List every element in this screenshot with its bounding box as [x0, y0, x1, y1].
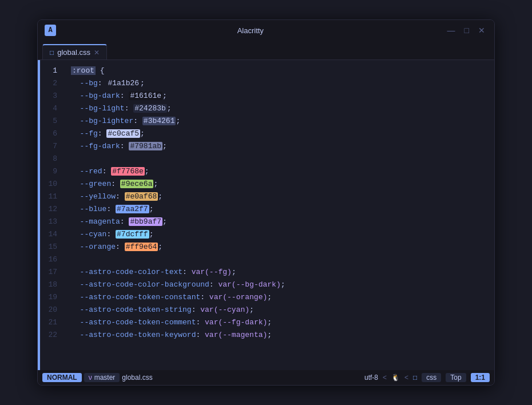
code-line: --cyan: #7dcfff;	[71, 228, 487, 241]
filetype-label: css	[426, 374, 436, 382]
code-line: --bg-dark: #16161e;	[71, 90, 487, 102]
line-number: 21	[40, 316, 64, 329]
token-property: --bg-dark	[80, 92, 120, 100]
code-line	[71, 253, 487, 266]
line-number: 2	[40, 77, 64, 90]
color-swatch: #7981ab	[129, 142, 162, 150]
line-number: 20	[40, 304, 64, 316]
tab-filename: global.css	[57, 48, 90, 57]
code-line: --orange: #ff9e64;	[71, 241, 487, 253]
token-property: --blue	[80, 205, 107, 213]
code-line: --astro-code-token-constant: var(--orang…	[71, 291, 487, 304]
code-line: --bg-light: #24283b;	[71, 102, 487, 115]
tab-bar: □ global.css ✕	[38, 41, 494, 60]
status-mode: NORMAL	[42, 373, 82, 382]
token-var-ref: var(--orange)	[209, 293, 267, 301]
maximize-button[interactable]: □	[462, 26, 471, 35]
color-swatch: #7aa2f7	[116, 205, 149, 213]
titlebar: A Alacritty — □ ✕	[38, 20, 494, 41]
color-swatch: #7dcfff	[116, 230, 149, 239]
minimize-button[interactable]: —	[445, 26, 458, 35]
line-number: 5	[40, 115, 64, 128]
line-number: 9	[40, 165, 64, 178]
line-number: 18	[40, 279, 64, 291]
status-top: Top	[446, 373, 466, 382]
code-line: --red: #f7768e;	[71, 165, 487, 178]
line-number: 19	[40, 291, 64, 304]
code-line: --yellow: #e0af68;	[71, 190, 487, 203]
code-line: --astro-code-token-comment: var(--fg-dar…	[71, 316, 487, 329]
status-position: 1:1	[471, 373, 490, 382]
token-property: --red	[80, 167, 102, 176]
token-property: --astro-code-token-constant	[80, 293, 201, 301]
line-number: 15	[40, 241, 64, 253]
tab-global-css[interactable]: □ global.css ✕	[42, 44, 107, 59]
code-area[interactable]: :root { --bg: #1a1b26; --bg-dark: #16161…	[64, 60, 494, 370]
token-property: --astro-code-color-text	[80, 268, 182, 276]
code-line: --magenta: #bb9af7;	[71, 216, 487, 228]
status-encoding: utf-8	[364, 374, 378, 382]
line-number: 22	[40, 329, 64, 342]
token-property: --fg	[80, 129, 98, 138]
token-selector: :root	[71, 66, 96, 75]
token-property: --astro-code-color-background	[80, 280, 209, 289]
line-number: 10	[40, 178, 64, 190]
token-var-ref: var(--magenta)	[205, 331, 267, 339]
token-property: --astro-code-token-comment	[80, 318, 196, 327]
app-icon: A	[45, 25, 56, 36]
code-line: --bg-lighter: #3b4261;	[71, 115, 487, 128]
color-swatch: #1a1b26	[106, 79, 140, 88]
color-swatch: #ff9e64	[125, 243, 158, 251]
branch-icon: ν	[89, 374, 92, 382]
line-number: 13	[40, 216, 64, 228]
terminal-window: A Alacritty — □ ✕ □ global.css ✕ 1234567…	[37, 19, 495, 386]
line-numbers: 12345678910111213141516171819202122	[40, 60, 64, 370]
window-title: Alacritty	[237, 26, 264, 35]
code-line	[71, 153, 487, 165]
line-number: 1	[40, 65, 64, 77]
line-number: 16	[40, 253, 64, 266]
token-property: --orange	[80, 243, 116, 251]
color-swatch: #e0af68	[125, 192, 158, 201]
editor: 12345678910111213141516171819202122 :roo…	[38, 60, 494, 370]
tab-close-button[interactable]: ✕	[94, 49, 100, 57]
status-linux-icon: 🐧	[391, 374, 400, 382]
statusbar: NORMAL ν master global.css utf-8 < 🐧 < □…	[38, 370, 494, 385]
status-branch: ν master	[84, 373, 120, 382]
status-right: utf-8 < 🐧 < □ css Top 1:1	[364, 373, 490, 382]
position-value: 1:1	[475, 374, 485, 382]
token-property: --bg	[80, 79, 98, 88]
code-line: --green: #9ece6a;	[71, 178, 487, 190]
code-line: --blue: #7aa2f7;	[71, 203, 487, 216]
close-button[interactable]: ✕	[476, 26, 487, 35]
line-number: 6	[40, 128, 64, 140]
color-swatch: #16161e	[129, 92, 162, 100]
line-number: 14	[40, 228, 64, 241]
token-var-ref: var(--bg-dark)	[218, 280, 280, 289]
token-property: --bg-lighter	[80, 117, 134, 125]
code-line: :root {	[71, 65, 487, 77]
code-line: --astro-code-token-string: var(--cyan);	[71, 304, 487, 316]
status-sep1: <	[383, 374, 387, 382]
code-line: --fg-dark: #7981ab;	[71, 140, 487, 153]
line-number: 11	[40, 190, 64, 203]
line-number: 3	[40, 90, 64, 102]
line-number: 17	[40, 266, 64, 279]
token-property: --astro-code-token-keyword	[80, 331, 196, 339]
line-number: 12	[40, 203, 64, 216]
code-line: --astro-code-color-text: var(--fg);	[71, 266, 487, 279]
token-var-ref: var(--fg-dark)	[205, 318, 267, 327]
token-property: --yellow	[80, 192, 116, 201]
token-var-ref: var(--fg)	[192, 268, 232, 276]
code-line: --fg: #c0caf5;	[71, 128, 487, 140]
token-property: --astro-code-token-string	[80, 305, 192, 314]
token-property: --fg-dark	[80, 142, 120, 150]
color-swatch: #c0caf5	[106, 129, 140, 138]
code-line: --astro-code-color-background: var(--bg-…	[71, 279, 487, 291]
color-swatch: #24283b	[133, 104, 167, 113]
branch-name: master	[94, 374, 116, 382]
token-var-ref: var(--cyan)	[200, 305, 249, 314]
token-property: --cyan	[80, 230, 107, 239]
tab-file-icon: □	[50, 49, 54, 57]
line-number: 7	[40, 140, 64, 153]
